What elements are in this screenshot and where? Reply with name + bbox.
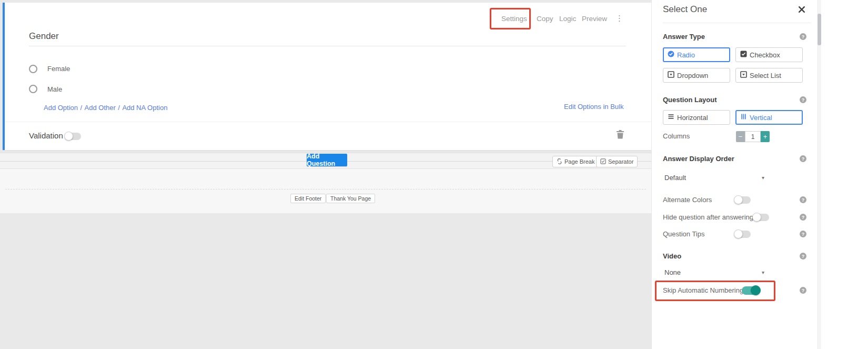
question-layout-label: Question Layout bbox=[663, 96, 717, 104]
answer-display-order-select[interactable]: Default ▾ bbox=[664, 174, 764, 182]
answer-type-dropdown-label: Dropdown bbox=[677, 72, 708, 79]
answer-type-dropdown-button[interactable]: Dropdown bbox=[663, 68, 730, 83]
layout-horizontal-button[interactable]: Horizontal bbox=[663, 110, 730, 125]
hide-question-toggle[interactable] bbox=[753, 214, 769, 221]
page-break-icon bbox=[557, 158, 562, 165]
question-layout-help-icon[interactable]: ? bbox=[800, 96, 806, 103]
page-break-label: Page Break bbox=[564, 158, 594, 165]
columns-increment-button[interactable]: + bbox=[761, 131, 770, 142]
edit-options-in-bulk-link[interactable]: Edit Options in Bulk bbox=[564, 103, 623, 111]
layout-vertical-label: Vertical bbox=[750, 114, 772, 122]
checkbox-icon bbox=[740, 51, 747, 59]
add-question-button[interactable]: Add Question bbox=[307, 154, 347, 166]
select-list-icon bbox=[740, 71, 747, 79]
settings-button[interactable]: Settings bbox=[501, 15, 527, 23]
link-separator: / bbox=[118, 104, 120, 112]
question-tips-label: Question Tips bbox=[663, 230, 705, 238]
skip-automatic-numbering-label: Skip Automatic Numbering bbox=[663, 286, 743, 294]
logic-button[interactable]: Logic bbox=[559, 15, 576, 23]
alternate-colors-help-icon[interactable]: ? bbox=[800, 196, 806, 203]
question-card bbox=[3, 3, 651, 150]
footer-band bbox=[0, 169, 651, 213]
alternate-colors-toggle[interactable] bbox=[735, 196, 751, 204]
delete-question-icon[interactable] bbox=[616, 129, 624, 141]
video-value: None bbox=[664, 268, 681, 276]
radio-option-male[interactable] bbox=[29, 85, 37, 93]
chevron-down-icon: ▾ bbox=[762, 175, 764, 181]
columns-stepper: − 1 + bbox=[736, 131, 770, 142]
separator-icon bbox=[600, 158, 606, 165]
panel-divider bbox=[663, 23, 811, 23]
vertical-lines-icon bbox=[740, 113, 747, 122]
link-separator: / bbox=[80, 104, 83, 112]
answer-type-help-icon[interactable]: ? bbox=[800, 33, 806, 40]
question-tips-help-icon[interactable]: ? bbox=[800, 231, 806, 237]
dropdown-icon bbox=[668, 71, 674, 79]
question-title-underline bbox=[29, 46, 626, 46]
copy-button[interactable]: Copy bbox=[537, 15, 553, 23]
panel-title: Select One bbox=[663, 4, 707, 15]
answer-display-order-value: Default bbox=[664, 174, 686, 182]
answer-type-radio-button[interactable]: Radio bbox=[663, 47, 730, 62]
add-other-link[interactable]: Add Other bbox=[85, 104, 116, 112]
option-links-row: Add Option / Add Other / Add NA Option bbox=[44, 103, 167, 112]
close-icon[interactable] bbox=[798, 6, 805, 15]
columns-label: Columns bbox=[663, 132, 690, 140]
question-title[interactable]: Gender bbox=[29, 31, 59, 42]
answer-type-checkbox-label: Checkbox bbox=[750, 51, 780, 59]
edit-footer-button[interactable]: Edit Footer bbox=[290, 194, 326, 203]
horizontal-lines-icon bbox=[668, 113, 674, 122]
preview-button[interactable]: Preview bbox=[582, 15, 607, 23]
validation-label: Validation bbox=[29, 131, 63, 140]
answer-display-order-help-icon[interactable]: ? bbox=[800, 155, 806, 162]
option-label-male: Male bbox=[47, 85, 62, 93]
question-tips-toggle[interactable] bbox=[735, 231, 751, 238]
answer-type-select-list-label: Select List bbox=[750, 72, 781, 79]
video-select[interactable]: None ▾ bbox=[664, 268, 764, 276]
separator-button[interactable]: Separator bbox=[596, 156, 638, 167]
more-menu-icon[interactable]: ⋮ bbox=[615, 14, 624, 23]
page-break-button[interactable]: Page Break bbox=[552, 156, 599, 167]
scrollbar-track[interactable] bbox=[817, 0, 821, 349]
add-na-option-link[interactable]: Add NA Option bbox=[122, 104, 167, 112]
right-gutter bbox=[821, 0, 868, 349]
card-divider bbox=[5, 122, 651, 122]
layout-horizontal-label: Horizontal bbox=[677, 114, 708, 122]
answer-type-select-list-button[interactable]: Select List bbox=[735, 68, 803, 83]
alternate-colors-label: Alternate Colors bbox=[663, 196, 712, 204]
validation-toggle[interactable] bbox=[65, 133, 81, 140]
answer-type-checkbox-button[interactable]: Checkbox bbox=[735, 47, 803, 62]
hide-question-label: Hide question after answering bbox=[663, 213, 753, 221]
thank-you-page-button[interactable]: Thank You Page bbox=[326, 194, 375, 203]
radio-option-female[interactable] bbox=[29, 65, 37, 73]
answer-display-order-label: Answer Display Order bbox=[663, 155, 734, 163]
scrollbar-thumb[interactable] bbox=[817, 14, 821, 45]
radio-check-icon bbox=[668, 51, 674, 59]
survey-builder-screen: Settings Copy Logic Preview ⋮ Gender Fem… bbox=[0, 0, 868, 349]
answer-type-radio-label: Radio bbox=[677, 51, 695, 59]
separator-label: Separator bbox=[608, 158, 633, 165]
columns-decrement-button[interactable]: − bbox=[736, 131, 745, 142]
footer-dashed-line bbox=[5, 189, 646, 190]
hide-question-help-icon[interactable]: ? bbox=[800, 214, 806, 221]
layout-vertical-button[interactable]: Vertical bbox=[735, 110, 803, 125]
add-option-link[interactable]: Add Option bbox=[44, 104, 78, 112]
video-label: Video bbox=[663, 252, 681, 260]
skip-automatic-numbering-help-icon[interactable]: ? bbox=[800, 287, 806, 294]
video-help-icon[interactable]: ? bbox=[800, 253, 806, 260]
columns-value[interactable]: 1 bbox=[745, 131, 761, 142]
option-label-female: Female bbox=[47, 65, 70, 73]
chevron-down-icon: ▾ bbox=[762, 270, 764, 275]
answer-type-label: Answer Type bbox=[663, 33, 705, 41]
skip-automatic-numbering-toggle[interactable] bbox=[742, 286, 760, 295]
